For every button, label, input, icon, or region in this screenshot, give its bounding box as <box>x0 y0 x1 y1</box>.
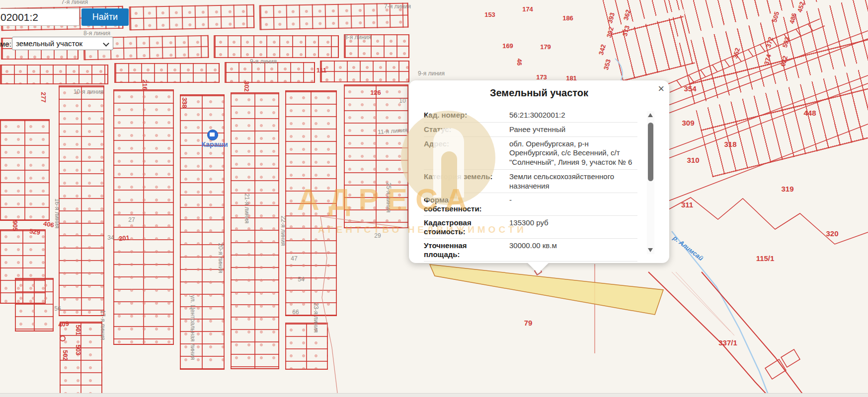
close-icon[interactable]: × <box>658 83 664 94</box>
popup-row: Адрес:обл. Оренбургская, р-н Оренбургски… <box>424 137 637 170</box>
parcel-block <box>59 85 104 316</box>
scroll-down-icon[interactable] <box>648 248 653 252</box>
popup-row-label: Категория земель: <box>424 172 493 191</box>
map-label: 186 <box>562 15 573 21</box>
map-label: 46 <box>516 59 523 66</box>
bottom-strip <box>0 393 868 397</box>
map-label: 319 <box>781 185 793 193</box>
popup-row-label: Статус: <box>424 125 493 134</box>
popup-scrollbar[interactable] <box>647 111 654 254</box>
parcel-block <box>259 2 409 30</box>
map-label: 153 <box>484 11 495 18</box>
cadastral-map-app: 7-я линия7-я линия8-я линия8-я линия9-я … <box>0 0 868 397</box>
map-label: 169 <box>502 43 513 49</box>
popup-title: Земельный участок <box>409 87 669 99</box>
popup-row-label: Кад. номер: <box>424 111 493 120</box>
map-label: 9-я линия <box>418 70 445 76</box>
popup-row: Статус:Ранее учтенный <box>424 123 637 137</box>
map-label: 311 <box>681 201 693 208</box>
popup-row-value: - <box>509 196 637 213</box>
poi-icon <box>210 132 215 136</box>
parcel-block <box>344 34 409 58</box>
map-label: 115/1 <box>756 255 775 262</box>
chevron-down-icon <box>103 40 109 47</box>
parcel-block <box>320 61 409 82</box>
parcel-block <box>214 35 339 58</box>
type-label: ме: <box>0 40 11 48</box>
parcel-info-popup: × Земельный участок Кад. номер:56:21:300… <box>409 80 669 263</box>
scrollbar-thumb[interactable] <box>648 123 653 181</box>
scroll-up-icon[interactable] <box>648 113 653 117</box>
popup-row: Кадастровая стоимость:135300 руб <box>424 216 637 239</box>
popup-row-value: 56:21:3002001:2 <box>509 111 637 120</box>
popup-row-label: Форма собственности: <box>424 196 493 213</box>
parcel-block <box>15 278 54 331</box>
popup-row-value: обл. Оренбургская, р-н Оренбургский, с/с… <box>509 139 637 167</box>
poi-marker[interactable] <box>207 130 218 140</box>
popup-row-label: Уточненная площадь: <box>424 241 493 259</box>
search-input[interactable] <box>0 8 79 26</box>
popup-row-value: Земли сельскохозяйственного назначения <box>509 172 637 191</box>
parcel-block <box>285 90 337 316</box>
map-label: 320 <box>826 230 838 237</box>
map-label: 29 <box>374 233 381 239</box>
map-label: 309 <box>682 119 694 127</box>
map-label: 173 <box>536 74 547 80</box>
parcel-block <box>285 323 328 370</box>
layer-select-value: земельный участок <box>16 39 82 48</box>
river-line <box>672 231 769 397</box>
layer-select[interactable]: земельный участок <box>12 37 113 50</box>
map-label: 174 <box>522 6 533 12</box>
popup-row: Уточненная площадь:30000.00 кв.м <box>424 239 637 262</box>
popup-row-value: 30000.00 кв.м <box>509 241 637 259</box>
map-label: 353 <box>603 59 612 70</box>
popup-row-label: Кадастровая стоимость: <box>424 218 493 236</box>
map-label: р. Алимсай <box>672 235 704 262</box>
popup-row: Кад. номер:56:21:3002001:2 <box>424 108 637 123</box>
map-label: 179 <box>540 44 551 50</box>
map-label: 79 <box>524 319 533 327</box>
map-label: 7-я линия <box>61 0 88 5</box>
popup-row: Категория земель:Земли сельскохозяйствен… <box>424 170 637 194</box>
parcel-block <box>0 119 50 221</box>
parcel-block <box>231 92 279 369</box>
map-label: 277 <box>40 92 47 103</box>
map-label: 342 <box>598 44 607 56</box>
map-label: 8-я линия <box>83 30 110 36</box>
parcel-block <box>129 4 255 30</box>
parcel-block <box>113 89 174 345</box>
popup-row-label: Адрес: <box>424 139 493 167</box>
parcel-block <box>225 62 315 83</box>
parcel-block <box>60 322 102 397</box>
map-label: 406 <box>43 220 55 229</box>
popup-rows: Кад. номер:56:21:3002001:2Статус:Ранее у… <box>424 108 637 263</box>
popup-pointer <box>527 263 549 273</box>
find-button[interactable]: Найти <box>81 8 129 26</box>
parcel-block <box>114 63 220 83</box>
popup-row-value: Ранее учтенный <box>509 125 637 134</box>
parcel-block <box>344 84 408 228</box>
popup-row: Форма собственности:- <box>424 193 637 216</box>
parcel-block <box>0 65 108 84</box>
map-label: 337/1 <box>718 339 737 346</box>
slanted-parcel-field <box>661 0 868 177</box>
slanted-parcel-field <box>599 0 695 81</box>
map-label: 310 <box>687 156 699 164</box>
popup-row-value: 135300 руб <box>509 218 637 236</box>
